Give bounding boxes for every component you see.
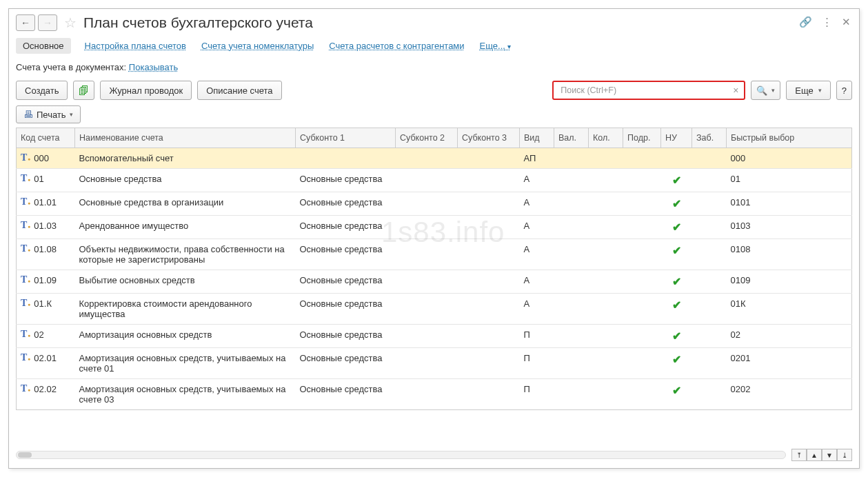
cell-code: 01.08: [34, 244, 57, 254]
table-row[interactable]: T01Основные средстваОсновные средстваА✔0…: [17, 169, 852, 192]
col-qty[interactable]: Кол.: [589, 128, 623, 148]
col-quick[interactable]: Быстрый выбор: [727, 128, 852, 148]
col-name[interactable]: Наименование счета: [75, 128, 296, 148]
horizontal-scrollbar[interactable]: [16, 451, 786, 459]
cell-val: [554, 169, 589, 192]
favorite-star-icon[interactable]: ☆: [64, 14, 77, 31]
tab-main[interactable]: Основное: [16, 38, 71, 54]
cell-dept: [623, 169, 661, 192]
col-type[interactable]: Вид: [520, 128, 554, 148]
table-row[interactable]: T02.02Амортизация основных средств, учит…: [17, 379, 852, 410]
cell-sub2: [396, 348, 458, 379]
scroll-last-button[interactable]: ⤓: [837, 449, 852, 461]
cell-code: 000: [34, 153, 49, 163]
tab-more[interactable]: Еще...: [478, 38, 512, 54]
close-icon[interactable]: ✕: [842, 16, 851, 28]
nav-back-button[interactable]: ←: [16, 14, 35, 31]
cell-val: [554, 239, 589, 270]
create-button[interactable]: Создать: [16, 81, 68, 100]
account-description-button[interactable]: Описание счета: [197, 81, 281, 100]
search-clear-icon[interactable]: ×: [730, 85, 741, 96]
check-icon: ✔: [672, 354, 681, 365]
help-button[interactable]: ?: [836, 81, 852, 100]
copy-button[interactable]: 🗐: [73, 81, 94, 100]
journal-button[interactable]: Журнал проводок: [100, 81, 192, 100]
cell-name: Амортизация основных средств: [75, 325, 296, 348]
cell-name: Основные средства: [75, 169, 296, 192]
cell-nu: ✔: [661, 325, 692, 348]
cell-sub1: Основные средства: [296, 294, 396, 325]
cell-sub1: Основные средства: [296, 379, 396, 410]
tab-plan-settings[interactable]: Настройка плана счетов: [83, 38, 188, 54]
cell-dept: [623, 294, 661, 325]
cell-val: [554, 216, 589, 239]
cell-sub3: [458, 239, 520, 270]
table-row[interactable]: T02Амортизация основных средствОсновные …: [17, 325, 852, 348]
cell-qty: [589, 294, 623, 325]
check-icon: ✔: [672, 245, 681, 256]
cell-val: [554, 348, 589, 379]
col-val[interactable]: Вал.: [554, 128, 589, 148]
more-actions-button[interactable]: Еще▾: [786, 81, 830, 100]
cell-type: А: [520, 192, 554, 216]
search-input[interactable]: [559, 85, 730, 96]
tab-contractors[interactable]: Счета расчетов с контрагентами: [327, 38, 465, 54]
check-icon: ✔: [672, 299, 681, 311]
cell-dept: [623, 216, 661, 239]
table-row[interactable]: T000Вспомогательный счетАП000: [17, 148, 852, 169]
cell-dept: [623, 348, 661, 379]
tab-nomenclature[interactable]: Счета учета номенклатуры: [200, 38, 315, 54]
table-row[interactable]: T02.01Амортизация основных средств, учит…: [17, 348, 852, 379]
account-type-icon: T: [21, 353, 27, 363]
cell-nu: ✔: [661, 192, 692, 216]
table-row[interactable]: T01.09Выбытие основных средствОсновные с…: [17, 270, 852, 294]
kebab-menu-icon[interactable]: ⋮: [822, 16, 832, 28]
cell-zab: [692, 270, 727, 294]
print-button[interactable]: 🖶 Печать ▾: [16, 105, 81, 123]
cell-dept: [623, 270, 661, 294]
cell-zab: [692, 169, 727, 192]
col-sub1[interactable]: Субконто 1: [296, 128, 396, 148]
cell-qty: [589, 239, 623, 270]
search-field[interactable]: ×: [552, 81, 745, 100]
cell-name: Амортизация основных средств, учитываемы…: [75, 348, 296, 379]
cell-type: А: [520, 239, 554, 270]
cell-dept: [623, 192, 661, 216]
cell-name: Корректировка стоимости арендованного им…: [75, 294, 296, 325]
cell-zab: [692, 192, 727, 216]
cell-nu: ✔: [661, 169, 692, 192]
col-dept[interactable]: Подр.: [623, 128, 661, 148]
cell-nu: ✔: [661, 270, 692, 294]
cell-qty: [589, 192, 623, 216]
check-icon: ✔: [672, 276, 681, 287]
account-type-icon: T: [21, 153, 27, 163]
cell-name: Вспомогательный счет: [75, 148, 296, 169]
cell-type: А: [520, 294, 554, 325]
cell-qty: [589, 325, 623, 348]
cell-zab: [692, 348, 727, 379]
account-type-icon: T: [21, 197, 27, 207]
cell-name: Выбытие основных средств: [75, 270, 296, 294]
col-nu[interactable]: НУ: [661, 128, 692, 148]
col-sub3[interactable]: Субконто 3: [458, 128, 520, 148]
cell-zab: [692, 216, 727, 239]
link-icon[interactable]: 🔗: [799, 16, 812, 28]
scroll-down-button[interactable]: ▼: [822, 449, 837, 461]
cell-type: П: [520, 348, 554, 379]
scroll-first-button[interactable]: ⤒: [791, 449, 807, 461]
table-row[interactable]: T01.03Арендованное имуществоОсновные сре…: [17, 216, 852, 239]
search-dropdown-button[interactable]: 🔍▾: [751, 81, 780, 100]
table-row[interactable]: T01.08Объекты недвижимости, права собств…: [17, 239, 852, 270]
table-row[interactable]: T01.ККорректировка стоимости арендованно…: [17, 294, 852, 325]
nav-forward-button[interactable]: →: [38, 14, 57, 31]
scroll-up-button[interactable]: ▲: [807, 449, 822, 461]
cell-val: [554, 192, 589, 216]
col-sub2[interactable]: Субконто 2: [396, 128, 458, 148]
cell-qty: [589, 216, 623, 239]
cell-qty: [589, 270, 623, 294]
account-type-icon: T: [21, 174, 27, 183]
doc-accounts-show-link[interactable]: Показывать: [129, 62, 178, 72]
col-zab[interactable]: Заб.: [692, 128, 727, 148]
table-row[interactable]: T01.01Основные средства в организацииОсн…: [17, 192, 852, 216]
col-code[interactable]: Код счета: [17, 128, 75, 148]
